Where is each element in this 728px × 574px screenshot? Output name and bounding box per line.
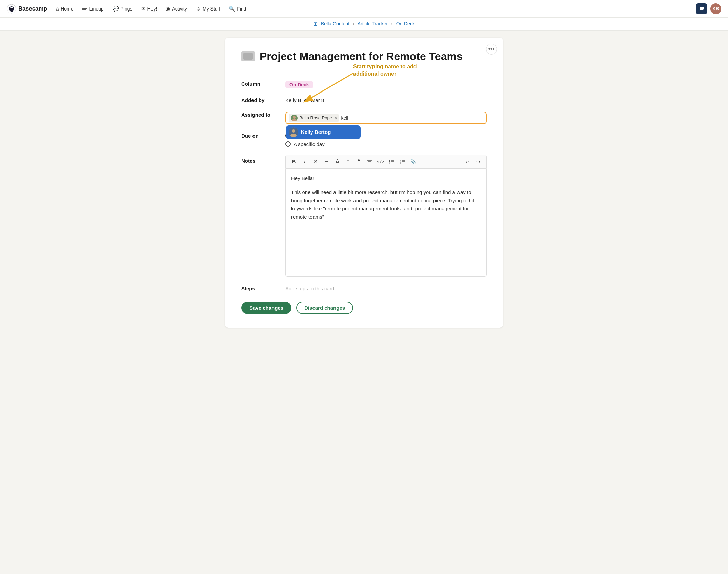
assignee-tag: Bella Rose Pope × [289, 114, 339, 122]
divider [241, 71, 487, 71]
svg-rect-4 [700, 7, 704, 10]
assignee-name: Bella Rose Pope [299, 115, 332, 120]
redo-button[interactable]: ↪ [473, 157, 483, 166]
breadcrumb-current[interactable]: On-Deck [396, 21, 415, 26]
steps-value: Add steps to this card [285, 284, 487, 291]
title-row: Project Management for Remote Teams [241, 50, 487, 63]
radio-specific-day-circle [285, 141, 291, 147]
nav-pings[interactable]: 💬 Pings [109, 4, 136, 14]
added-by-label: Added by [241, 96, 285, 103]
quote-button[interactable]: ❝ [354, 157, 364, 166]
steps-placeholder[interactable]: Add steps to this card [285, 284, 334, 291]
column-field: Column On-Deck [241, 80, 487, 88]
more-options-button[interactable]: ••• [486, 44, 497, 55]
added-by-field: Added by Kelly B. on Mar 8 [241, 96, 487, 103]
save-changes-button[interactable]: Save changes [241, 302, 291, 314]
notes-underline [291, 237, 332, 237]
tooltip-callout: Start typing name to add additional owne… [353, 63, 428, 78]
svg-rect-5 [701, 11, 702, 11]
action-row: Save changes Discard changes [241, 302, 487, 314]
mystuff-icon: ☺ [196, 6, 201, 12]
attachment-button[interactable]: 📎 [408, 157, 418, 166]
notes-editor[interactable]: Hey Bella! This one will need a little b… [285, 168, 487, 277]
assigned-to-value: Bella Rose Pope × Kelly [285, 110, 487, 124]
highlight-button[interactable] [332, 157, 342, 166]
notes-toolbar: B I S T ❝ </> [285, 155, 487, 168]
notes-line-2: This one will need a little bit more res… [291, 188, 481, 221]
nav-activity[interactable]: ◉ Activity [162, 4, 190, 14]
column-label: Column [241, 80, 285, 87]
code-button[interactable]: </> [376, 157, 385, 166]
italic-button[interactable]: I [300, 157, 309, 166]
assignee-avatar [291, 115, 298, 121]
notes-wrap: B I S T ❝ </> [285, 155, 487, 277]
svg-point-21 [389, 161, 390, 162]
strikethrough-button[interactable]: S [311, 157, 320, 166]
activity-icon: ◉ [166, 6, 170, 12]
bold-button[interactable]: B [289, 157, 299, 166]
nav-lineup[interactable]: Lineup [79, 4, 107, 14]
page-body: ••• Project Management for Remote Teams … [218, 31, 510, 348]
suggestion-avatar [289, 127, 298, 137]
undo-button[interactable]: ↩ [463, 157, 472, 166]
card: ••• Project Management for Remote Teams … [225, 38, 503, 327]
suggestion-name: Kelly Bertog [301, 129, 331, 135]
card-type-icon [241, 51, 255, 61]
column-value: On-Deck [285, 80, 487, 88]
steps-label: Steps [241, 284, 285, 291]
due-on-label: Due on [241, 131, 285, 139]
assignee-remove-button[interactable]: × [335, 115, 337, 120]
radio-specific-day[interactable]: A specific day [285, 141, 487, 147]
column-badge[interactable]: On-Deck [285, 81, 313, 88]
nav-hey[interactable]: ✉ Hey! [138, 4, 161, 14]
home-icon: ⌂ [56, 6, 59, 12]
assigned-to-field: Assigned to Bella Rose Pope × [241, 110, 487, 124]
logo[interactable]: Basecamp [7, 4, 47, 14]
breadcrumb-project[interactable]: Bella Content [321, 21, 349, 26]
svg-point-7 [293, 116, 296, 119]
grid-icon: ⊞ [313, 21, 318, 27]
pings-icon: 💬 [113, 6, 119, 12]
notes-line-1: Hey Bella! [291, 174, 481, 182]
bullet-list-button[interactable] [387, 157, 396, 166]
align-button[interactable] [365, 157, 375, 166]
nav-find[interactable]: 🔍 Find [225, 4, 249, 14]
suggestion-dropdown[interactable]: Kelly Bertog [286, 125, 361, 139]
breadcrumb: ⊞ Bella Content › Article Tracker › On-D… [0, 18, 728, 31]
nav-mystuff[interactable]: ☺ My Stuff [193, 4, 223, 14]
breadcrumb-tracker[interactable]: Article Tracker [358, 21, 388, 26]
steps-field: Steps Add steps to this card [241, 284, 487, 291]
user-avatar[interactable]: KB [710, 3, 721, 14]
assignee-search-input[interactable] [341, 115, 361, 121]
svg-point-19 [389, 160, 390, 161]
top-navigation: Basecamp ⌂ Home Lineup 💬 Pings ✉ Hey! ◉ … [0, 0, 728, 18]
svg-marker-14 [336, 159, 339, 163]
svg-point-23 [389, 162, 390, 163]
assignee-input-row[interactable]: Bella Rose Pope × Kelly [285, 112, 487, 124]
numbered-list-button[interactable]: 1.2.3. [398, 157, 407, 166]
link-button[interactable] [322, 157, 331, 166]
svg-text:3.: 3. [400, 162, 401, 164]
svg-point-10 [292, 129, 295, 133]
nav-right-actions: KB [696, 3, 721, 14]
notes-field: Notes B I S T ❝ </> [241, 155, 487, 277]
notifications-button[interactable] [696, 3, 707, 14]
notes-label: Notes [241, 155, 285, 164]
heading-button[interactable]: T [343, 157, 353, 166]
discard-changes-button[interactable]: Discard changes [296, 302, 353, 314]
lineup-icon [82, 6, 87, 12]
assigned-to-label: Assigned to [241, 110, 285, 118]
due-on-field: Due on No due date A specific day [241, 131, 487, 147]
added-by-value: Kelly B. on Mar 8 [285, 96, 487, 103]
card-title: Project Management for Remote Teams [260, 50, 463, 63]
hey-icon: ✉ [141, 6, 146, 12]
nav-home[interactable]: ⌂ Home [53, 4, 77, 14]
find-icon: 🔍 [229, 6, 235, 12]
